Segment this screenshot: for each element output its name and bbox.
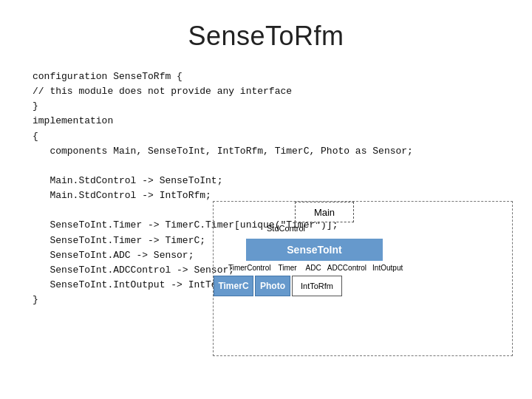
main-box: Main: [295, 202, 354, 222]
intoutput-label: IntOutput: [372, 264, 403, 272]
stdcontrol-label: StdControl: [267, 224, 305, 233]
adccontrol-label: ADCControl: [327, 264, 366, 272]
intofrm-box: IntToRfm: [292, 276, 342, 296]
page-title: SenseToRfm: [0, 0, 532, 66]
timercontrol-label: TimerControl: [228, 264, 270, 272]
code-line-5: {: [33, 129, 532, 144]
code-line-8: Main.StdControl -> SenseToInt;: [33, 174, 532, 188]
code-line-1: configuration SenseToRfm {: [33, 69, 532, 84]
timerc-box: TimerC: [214, 276, 253, 296]
diagram-container: Main StdControl SenseToInt TimerControl …: [213, 201, 513, 356]
main-label: Main: [314, 207, 335, 218]
code-line-2: // this module does not provide any inte…: [33, 84, 532, 99]
code-line-7: [33, 159, 532, 174]
timer-label: Timer: [278, 264, 296, 272]
adc-label: ADC: [306, 264, 321, 272]
bottom-boxes-row: TimerC Photo IntToRfm: [214, 276, 342, 296]
code-line-4: implementation: [33, 114, 532, 129]
sensetoint-box: SenseToInt: [246, 239, 383, 261]
labels-row: TimerControl Timer ADC ADCControl IntOut…: [228, 264, 406, 272]
photo-box: Photo: [255, 276, 290, 296]
diagram-inner: Main StdControl SenseToInt TimerControl …: [214, 202, 512, 355]
code-line-3: }: [33, 99, 532, 114]
code-line-6: components Main, SenseToInt, IntToRfm, T…: [33, 144, 532, 159]
